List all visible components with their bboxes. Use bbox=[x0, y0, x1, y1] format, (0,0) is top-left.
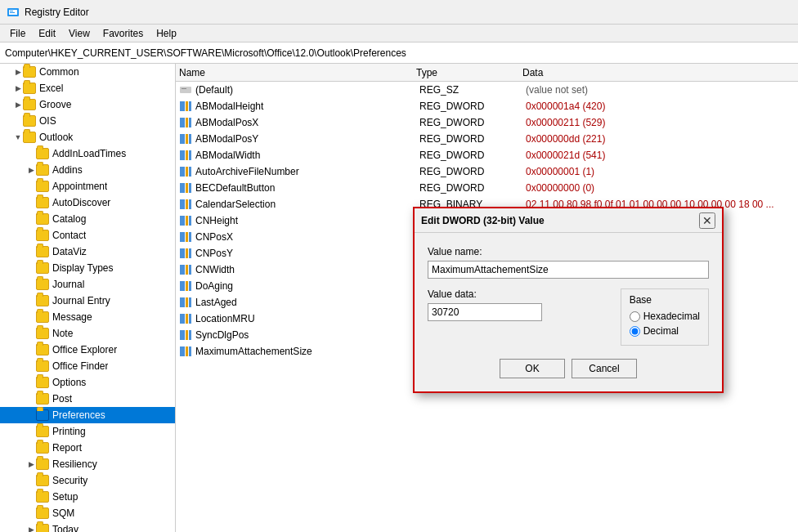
table-row[interactable]: (Default) REG_SZ (value not set) bbox=[176, 82, 798, 98]
sidebar-item-addins[interactable]: ▶ Addins bbox=[0, 162, 175, 178]
decimal-option[interactable]: Decimal bbox=[630, 325, 700, 337]
svg-rect-32 bbox=[189, 232, 191, 242]
folder-icon bbox=[36, 344, 49, 355]
menu-edit[interactable]: Edit bbox=[32, 26, 62, 41]
svg-rect-49 bbox=[186, 330, 188, 340]
dialog-data-row: Value data: Base Hexadecimal Decimal bbox=[428, 288, 709, 346]
sidebar-item-label: OIS bbox=[39, 115, 56, 127]
sidebar-item-printing[interactable]: ▶ Printing bbox=[0, 423, 175, 440]
sidebar-item-contact[interactable]: ▶ Contact bbox=[0, 227, 175, 244]
toggle-outlook[interactable]: ▼ bbox=[13, 132, 23, 142]
hexadecimal-radio[interactable] bbox=[630, 311, 640, 322]
sidebar-item-common[interactable]: ▶ Common bbox=[0, 64, 175, 80]
toggle[interactable]: ▶ bbox=[26, 459, 36, 469]
sidebar-item-post[interactable]: ▶ Post bbox=[0, 391, 175, 407]
reg-entry-data: 0x000000dd (221) bbox=[526, 133, 795, 145]
folder-icon bbox=[36, 458, 49, 470]
svg-rect-10 bbox=[186, 118, 188, 127]
svg-rect-31 bbox=[186, 232, 188, 242]
reg-entry-name: ABModalPosY bbox=[195, 133, 419, 145]
folder-icon bbox=[23, 132, 36, 143]
value-name-input[interactable] bbox=[428, 261, 709, 279]
sidebar-item-autodiscover[interactable]: ▶ AutoDiscover bbox=[0, 194, 175, 211]
reg-entry-data: (value not set) bbox=[526, 84, 795, 96]
col-type-header: Type bbox=[416, 67, 522, 78]
svg-rect-24 bbox=[180, 199, 185, 209]
sidebar-item-outlook[interactable]: ▼ Outlook bbox=[0, 129, 175, 145]
sidebar-item-officefinder[interactable]: ▶ Office Finder bbox=[0, 358, 175, 374]
sidebar-item-setup[interactable]: ▶ Setup bbox=[0, 489, 175, 505]
table-row[interactable]: ABModalWidth REG_DWORD 0x0000021d (541) bbox=[176, 147, 798, 163]
menu-file[interactable]: File bbox=[3, 26, 32, 41]
sidebar-item-catalog[interactable]: ▶ Catalog bbox=[0, 211, 175, 227]
folder-icon bbox=[36, 377, 49, 388]
sidebar-item-note[interactable]: ▶ Note bbox=[0, 325, 175, 342]
table-row[interactable]: AutoArchiveFileNumber REG_DWORD 0x000000… bbox=[176, 163, 798, 180]
tree-pane[interactable]: ▶ Common ▶ Excel ▶ Groove ▶ OIS ▼ Outloo… bbox=[0, 64, 176, 532]
address-path: Computer\HKEY_CURRENT_USER\SOFTWARE\Micr… bbox=[5, 47, 406, 59]
svg-rect-34 bbox=[186, 248, 188, 258]
menu-bar: File Edit View Favorites Help bbox=[0, 25, 798, 42]
folder-icon bbox=[23, 83, 36, 94]
svg-rect-43 bbox=[186, 297, 188, 307]
folder-icon bbox=[36, 393, 49, 405]
folder-icon bbox=[36, 246, 49, 257]
sidebar-item-displaytypes[interactable]: ▶ Display Types bbox=[0, 260, 175, 276]
table-row[interactable]: ABModalPosY REG_DWORD 0x000000dd (221) bbox=[176, 131, 798, 147]
toggle-groove[interactable]: ▶ bbox=[13, 100, 23, 110]
toggle[interactable]: ▶ bbox=[26, 525, 36, 532]
svg-rect-21 bbox=[180, 183, 185, 193]
sidebar-item-groove[interactable]: ▶ Groove bbox=[0, 96, 175, 113]
sidebar-item-label: Catalog bbox=[52, 213, 86, 225]
reg-entry-icon bbox=[179, 345, 192, 358]
sidebar-item-resiliency[interactable]: ▶ Resiliency bbox=[0, 456, 175, 472]
reg-entry-name: BECDefaultButton bbox=[195, 182, 419, 194]
sidebar-item-label: Today bbox=[52, 524, 78, 532]
sidebar-item-preferences[interactable]: ▶ Preferences bbox=[0, 407, 175, 423]
toggle-common[interactable]: ▶ bbox=[13, 67, 23, 77]
svg-rect-39 bbox=[180, 281, 185, 291]
table-row[interactable]: ABModalPosX REG_DWORD 0x00000211 (529) bbox=[176, 114, 798, 131]
table-row[interactable]: BECDefaultButton REG_DWORD 0x00000000 (0… bbox=[176, 180, 798, 196]
sidebar-item-journal[interactable]: ▶ Journal bbox=[0, 276, 175, 293]
decimal-radio[interactable] bbox=[630, 326, 640, 337]
cancel-button[interactable]: Cancel bbox=[572, 359, 637, 378]
sidebar-item-report[interactable]: ▶ Report bbox=[0, 440, 175, 456]
sidebar-item-officeexplorer[interactable]: ▶ Office Explorer bbox=[0, 342, 175, 358]
menu-favorites[interactable]: Favorites bbox=[96, 26, 150, 41]
table-row[interactable]: ABModalHeight REG_DWORD 0x000001a4 (420) bbox=[176, 98, 798, 114]
sidebar-item-dataviz[interactable]: ▶ DataViz bbox=[0, 244, 175, 260]
toggle-excel[interactable]: ▶ bbox=[13, 83, 23, 93]
folder-icon bbox=[36, 507, 49, 519]
folder-icon bbox=[36, 262, 49, 274]
sidebar-item-sqm[interactable]: ▶ SQM bbox=[0, 505, 175, 521]
value-data-input[interactable] bbox=[428, 303, 542, 321]
sidebar-item-ois[interactable]: ▶ OIS bbox=[0, 113, 175, 129]
svg-rect-41 bbox=[189, 281, 191, 291]
svg-rect-45 bbox=[180, 314, 185, 324]
dialog-close-button[interactable]: ✕ bbox=[699, 212, 715, 229]
sidebar-item-options[interactable]: ▶ Options bbox=[0, 374, 175, 391]
reg-entry-icon bbox=[179, 198, 192, 211]
sidebar-item-addinloadtimes[interactable]: ▶ AddInLoadTimes bbox=[0, 145, 175, 162]
hexadecimal-option[interactable]: Hexadecimal bbox=[630, 311, 700, 322]
svg-rect-9 bbox=[180, 118, 185, 127]
svg-rect-42 bbox=[180, 297, 185, 307]
sidebar-item-today[interactable]: ▶ Today bbox=[0, 521, 175, 532]
ok-button[interactable]: OK bbox=[500, 359, 565, 378]
sidebar-item-message[interactable]: ▶ Message bbox=[0, 309, 175, 325]
svg-rect-11 bbox=[189, 118, 191, 127]
menu-view[interactable]: View bbox=[62, 26, 96, 41]
reg-entry-icon bbox=[179, 100, 192, 113]
svg-rect-12 bbox=[180, 134, 185, 144]
sidebar-item-security[interactable]: ▶ Security bbox=[0, 472, 175, 489]
folder-icon bbox=[36, 279, 49, 290]
menu-help[interactable]: Help bbox=[150, 26, 183, 41]
sidebar-item-appointment[interactable]: ▶ Appointment bbox=[0, 178, 175, 194]
folder-icon bbox=[36, 524, 49, 532]
sidebar-item-journalentry[interactable]: ▶ Journal Entry bbox=[0, 293, 175, 309]
toggle[interactable]: ▶ bbox=[26, 165, 36, 175]
folder-icon bbox=[36, 181, 49, 192]
reg-entry-data: 0x0000021d (541) bbox=[526, 150, 795, 161]
sidebar-item-excel[interactable]: ▶ Excel bbox=[0, 80, 175, 96]
